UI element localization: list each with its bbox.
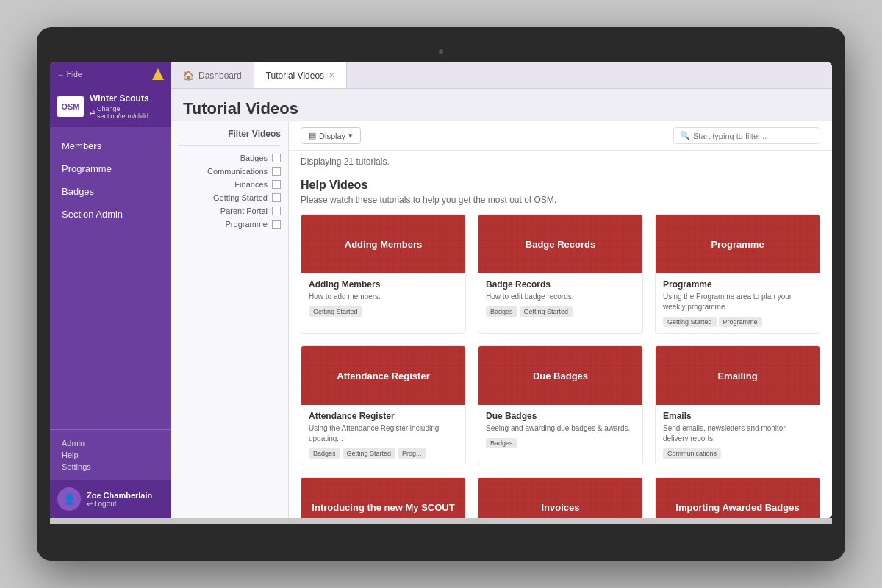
main-content: 🏠 Dashboard Tutorial Videos ✕ Tutorial V… [171,62,832,518]
filter-programme-checkbox[interactable] [272,220,281,229]
video-card-6[interactable]: Emailing Emails Send emails, newsletters… [655,345,820,465]
change-section-link[interactable]: ⇄ Change section/term/child [90,105,164,120]
display-button[interactable]: ▤ Display ▾ [301,127,361,144]
video-tags-4: Badges Getting Started Prog... [309,448,458,459]
sidebar-item-members[interactable]: Members [50,135,171,157]
tag: Badges [309,448,340,459]
displaying-text: Displaying 21 tutorials. [289,151,832,173]
filter-programme[interactable]: Programme [179,218,281,231]
videos-area: ▤ Display ▾ 🔍 Displaying 21 tutorials. H… [289,121,832,518]
admin-link[interactable]: Admin [62,437,159,449]
warning-icon [152,68,164,80]
video-card-2[interactable]: Badge Records Badge Records How to edit … [478,214,643,334]
help-videos-title: Help Videos [289,173,832,195]
tab-tutorial-videos-label: Tutorial Videos [266,71,324,81]
brand-area: OSM Winter Scouts ⇄ Change section/term/… [50,86,171,127]
sidebar-bottom: Admin Help Settings [50,429,171,480]
tab-bar: 🏠 Dashboard Tutorial Videos ✕ [171,62,832,89]
app-container: ← Hide OSM Winter Scouts ⇄ Change sectio… [50,62,832,518]
laptop-screen: ← Hide OSM Winter Scouts ⇄ Change sectio… [50,62,832,518]
filter-communications[interactable]: Communications [179,165,281,178]
display-chevron-icon: ▾ [348,131,353,140]
laptop-top-bar [50,40,832,62]
video-thumbnail-3: Programme [656,215,820,273]
video-card-8[interactable]: Invoices Invoices [478,477,643,518]
video-card-5[interactable]: Due Badges Due Badges Seeing and awardin… [478,345,643,465]
video-tags-5: Badges [486,438,635,448]
tag: Getting Started [343,448,396,459]
search-icon: 🔍 [680,131,690,140]
tag: Badges [486,438,517,448]
video-card-7[interactable]: Introducing the new My SCOUT Introducing… [301,477,466,518]
video-info-3: Programme Using the Programme area to pl… [656,273,820,333]
filter-parent-portal[interactable]: Parent Portal [179,204,281,218]
nav-menu: Members Programme Badges Section Admin [50,127,171,429]
help-videos-subtitle: Please watch these tutorials to help you… [289,195,832,214]
filter-parent-portal-checkbox[interactable] [272,207,281,215]
osm-logo: OSM [57,96,84,117]
tab-close-icon[interactable]: ✕ [329,71,334,79]
settings-link[interactable]: Settings [62,461,159,473]
video-thumbnail-2: Badge Records [478,215,642,273]
hide-button[interactable]: ← Hide [57,71,82,79]
user-area: 👤 Zoe Chamberlain ↩ Logout [50,480,171,518]
video-thumbnail-5: Due Badges [478,346,642,405]
toolbar-row: ▤ Display ▾ 🔍 [289,121,832,151]
sidebar: ← Hide OSM Winter Scouts ⇄ Change sectio… [50,62,171,518]
video-thumbnail-9: Importing Awarded Badges [656,478,820,518]
video-thumbnail-7: Introducing the new My SCOUT [301,478,465,518]
avatar: 👤 [57,487,81,511]
camera-dot [439,49,443,54]
tag: Getting Started [663,317,717,327]
page-title: Tutorial Videos [171,89,832,121]
tag: Badges [486,306,517,317]
sidebar-item-section-admin[interactable]: Section Admin [50,203,171,226]
filter-title: Filter Videos [179,129,281,146]
video-info-1: Adding Members How to add members. Getti… [301,273,465,323]
video-info-6: Emails Send emails, newsletters and moni… [656,405,820,465]
user-name: Zoe Chamberlain [87,491,152,500]
filter-sidebar: Filter Videos Badges Communications Fina… [171,121,289,518]
hide-label: ← Hide [57,71,82,79]
tag: Getting Started [309,306,362,317]
tag: Getting Started [520,306,573,317]
video-tags-6: Communications [663,448,812,459]
tab-dashboard[interactable]: 🏠 Dashboard [171,62,254,88]
filter-badges-checkbox[interactable] [272,154,281,162]
brand-text: Winter Scouts ⇄ Change section/term/chil… [90,93,164,120]
filter-getting-started-checkbox[interactable] [272,193,281,202]
filter-getting-started[interactable]: Getting Started [179,191,281,204]
video-thumbnail-4: Attendance Register [301,346,465,405]
video-thumbnail-8: Invoices [478,478,642,518]
search-box: 🔍 [673,127,820,144]
filter-communications-checkbox[interactable] [272,167,281,176]
tag: Programme [719,317,762,327]
filter-badges[interactable]: Badges [179,151,281,165]
tag: Prog... [398,448,426,459]
help-link[interactable]: Help [62,449,159,461]
tag: Communications [663,448,721,459]
video-info-2: Badge Records How to edit badge records.… [478,273,642,323]
user-info: Zoe Chamberlain ↩ Logout [87,491,152,508]
filter-finances-checkbox[interactable] [272,180,281,189]
home-icon: 🏠 [183,71,194,81]
sidebar-item-badges[interactable]: Badges [50,180,171,203]
video-tags-2: Badges Getting Started [486,306,635,317]
video-tags-1: Getting Started [309,306,458,317]
video-info-5: Due Badges Seeing and awarding due badge… [478,405,642,454]
video-card-9[interactable]: Importing Awarded Badges Importing Award… [655,477,820,518]
video-card-4[interactable]: Attendance Register Attendance Register … [301,345,466,465]
filter-finances[interactable]: Finances [179,178,281,191]
video-tags-3: Getting Started Programme [663,317,812,327]
video-card-1[interactable]: Adding Members Adding Members How to add… [301,214,466,334]
tab-dashboard-label: Dashboard [198,71,242,81]
sidebar-item-programme[interactable]: Programme [50,157,171,180]
logout-button[interactable]: ↩ Logout [87,500,152,508]
video-card-3[interactable]: Programme Programme Using the Programme … [655,214,820,334]
search-input[interactable] [693,132,814,140]
display-icon: ▤ [309,131,316,140]
laptop-base [50,518,832,524]
video-info-4: Attendance Register Using the Attendance… [301,405,465,465]
sidebar-top: ← Hide [50,62,171,86]
tab-tutorial-videos[interactable]: Tutorial Videos ✕ [254,62,347,88]
